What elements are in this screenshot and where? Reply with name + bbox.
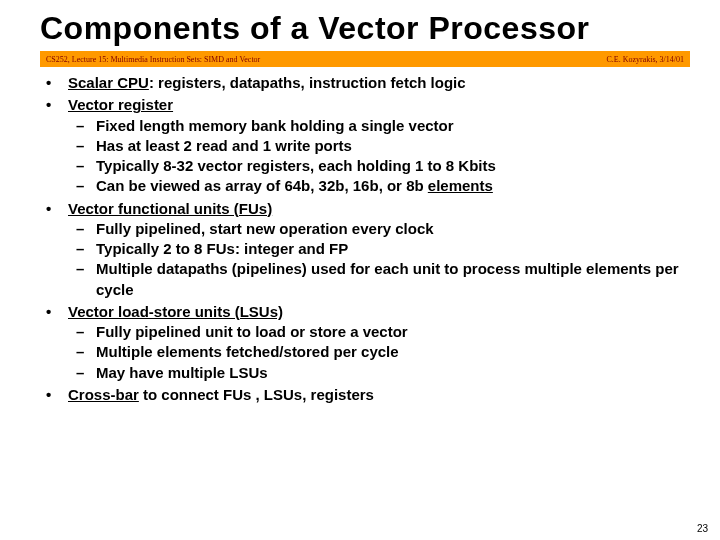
sub-item: Typically 8-32 vector registers, each ho… <box>68 156 690 176</box>
lecture-info: CS252, Lecture 15: Multimedia Instructio… <box>46 55 260 64</box>
sub-item: Typically 2 to 8 FUs: integer and FP <box>68 239 690 259</box>
sub-item: Has at least 2 read and 1 write ports <box>68 136 690 156</box>
page-title: Components of a Vector Processor <box>40 10 690 47</box>
sub-item: Multiple elements fetched/stored per cyc… <box>68 342 690 362</box>
bullet-vector-lsus: Vector load-store units (LSUs) Fully pip… <box>40 302 690 383</box>
sub-item: Fully pipelined, start new operation eve… <box>68 219 690 239</box>
sub-item: Fixed length memory bank holding a singl… <box>68 116 690 136</box>
bullet-crossbar: Cross-bar to connect FUs , LSUs, registe… <box>40 385 690 405</box>
bullet-vector-register: Vector register Fixed length memory bank… <box>40 95 690 196</box>
sub-item: May have multiple LSUs <box>68 363 690 383</box>
slide: Components of a Vector Processor CS252, … <box>0 0 720 540</box>
content: Scalar CPU: registers, datapaths, instru… <box>40 73 690 405</box>
bullet-vector-fus: Vector functional units (FUs) Fully pipe… <box>40 199 690 300</box>
author-date: C.E. Kozyrakis, 3/14/01 <box>606 55 684 64</box>
sub-item: Fully pipelined unit to load or store a … <box>68 322 690 342</box>
bullet-scalar-cpu: Scalar CPU: registers, datapaths, instru… <box>40 73 690 93</box>
page-number: 23 <box>697 523 708 534</box>
header-bar: CS252, Lecture 15: Multimedia Instructio… <box>40 51 690 67</box>
sub-item: Multiple datapaths (pipelines) used for … <box>68 259 690 300</box>
sub-item: Can be viewed as array of 64b, 32b, 16b,… <box>68 176 690 196</box>
